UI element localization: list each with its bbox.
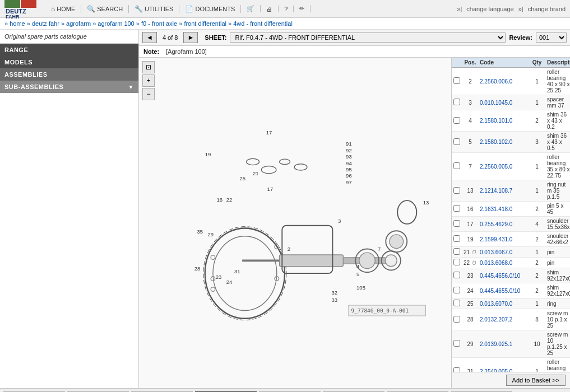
row-qty-15: 10: [529, 341, 545, 347]
svg-text:2: 2: [287, 246, 290, 252]
row-code-11[interactable]: 0.445.4656.0/10: [479, 273, 529, 279]
top-nav: DEUTZ FAHR ⌂ HOME 🔍 SEARCH 🔧 UTILITIES 📄…: [0, 0, 570, 18]
sheet-select[interactable]: Rif. F0.4.7 - 4WD - FRONT DIFFERENTIAL: [230, 32, 506, 43]
sidebar-item-range[interactable]: RANGE: [0, 44, 138, 56]
diagram-panel: ⊡ + − 17 19 25 21 22 16: [139, 58, 452, 388]
row-desc-2: shim 36 x 43 x 0.2: [545, 111, 570, 130]
zoom-out-button[interactable]: −: [142, 88, 155, 100]
row-checkbox-12[interactable]: [452, 287, 462, 295]
review-select[interactable]: 001: [536, 32, 567, 43]
row-code-0[interactable]: 2.2560.006.0: [479, 78, 529, 85]
row-checkbox-3[interactable]: [452, 138, 462, 146]
row-desc-8: snoulder 42x66x2: [545, 233, 570, 245]
row-checkbox-11[interactable]: [452, 272, 462, 279]
diagram-controls: ⊡ + −: [142, 61, 155, 100]
header-pos: Pos.: [462, 59, 479, 66]
svg-point-36: [359, 253, 374, 268]
row-code-15[interactable]: 2.0139.025.1: [479, 341, 529, 347]
row-code-10[interactable]: 0.013.6068.0: [479, 260, 529, 266]
table-row: 19 2.1599.431.0 2 snoulder 42x66x2: [452, 232, 570, 247]
zoom-fit-button[interactable]: ⊡: [142, 61, 155, 73]
svg-text:3: 3: [337, 218, 340, 224]
row-code-9[interactable]: 0.013.6067.0: [479, 249, 529, 255]
row-code-5[interactable]: 2.1214.108.7: [479, 188, 529, 194]
row-qty-0: 1: [529, 78, 545, 85]
svg-text:21: 21: [253, 170, 259, 176]
nav-print-icon[interactable]: 🖨: [261, 6, 279, 12]
row-checkbox-2[interactable]: [452, 117, 462, 125]
row-checkbox-10[interactable]: [452, 259, 462, 267]
nav-documents[interactable]: 📄 DOCUMENTS: [179, 5, 241, 13]
row-checkbox-1[interactable]: [452, 99, 462, 106]
zoom-in-button[interactable]: +: [142, 74, 155, 87]
row-checkbox-16[interactable]: [452, 367, 462, 372]
row-checkbox-6[interactable]: [452, 205, 462, 213]
row-qty-11: 2: [529, 273, 545, 279]
row-code-2[interactable]: 2.1580.101.0: [479, 118, 529, 124]
row-code-8[interactable]: 2.1599.431.0: [479, 236, 529, 242]
sidebar-item-subassemblies[interactable]: SUB-ASSEMBLIES ▼: [0, 81, 138, 93]
row-desc-7: snoulder 15.5x36x2: [545, 218, 570, 230]
row-pos-4: 7: [462, 164, 479, 170]
prev-page-button[interactable]: ◄: [142, 32, 157, 43]
sidebar: Original spare parts catalogue RANGE MOD…: [0, 30, 139, 388]
row-code-6[interactable]: 2.1631.418.0: [479, 206, 529, 212]
row-checkbox-9[interactable]: [452, 248, 462, 256]
nav-links: ⌂ HOME 🔍 SEARCH 🔧 UTILITIES 📄 DOCUMENTS …: [45, 5, 457, 13]
nav-edit-icon[interactable]: ✏: [294, 5, 311, 12]
table-row: 5 2.1580.102.0 3 shim 36 x 43 x 0.5: [452, 132, 570, 153]
row-qty-13: 1: [529, 301, 545, 307]
row-checkbox-0[interactable]: [452, 77, 462, 85]
search-icon: 🔍: [87, 5, 95, 13]
header-desc: Description: [545, 59, 570, 66]
row-qty-8: 2: [529, 236, 545, 242]
row-code-3[interactable]: 2.1580.102.0: [479, 139, 529, 145]
svg-text:7: 7: [378, 246, 381, 252]
row-qty-7: 4: [529, 221, 545, 227]
svg-text:93: 93: [346, 153, 352, 160]
row-code-12[interactable]: 0.445.4655.0/10: [479, 288, 529, 294]
svg-text:13: 13: [423, 199, 429, 206]
row-desc-3: shim 36 x 43 x 0.5: [545, 133, 570, 151]
table-row: 17 0.255.4629.0 4 snoulder 15.5x36x2: [452, 217, 570, 232]
row-code-1[interactable]: 0.010.1045.0: [479, 100, 529, 106]
sidebar-item-models[interactable]: MODELS: [0, 56, 138, 68]
row-code-4[interactable]: 2.2560.005.0: [479, 164, 529, 170]
add-to-basket-button[interactable]: Add to Basket >>: [506, 375, 566, 386]
row-checkbox-15[interactable]: [452, 340, 462, 348]
row-desc-15: screw m 10 p.1.25 x 25: [545, 332, 570, 356]
row-checkbox-4[interactable]: [452, 162, 462, 170]
row-checkbox-14[interactable]: [452, 316, 462, 324]
svg-text:35: 35: [197, 228, 203, 235]
row-checkbox-8[interactable]: [452, 235, 462, 243]
diagram-table-area: ⊡ + − 17 19 25 21 22 16: [139, 58, 570, 388]
change-language-link[interactable]: change language: [466, 6, 513, 12]
row-checkbox-7[interactable]: [452, 220, 462, 228]
nav-home[interactable]: ⌂ HOME: [45, 5, 81, 13]
row-qty-3: 3: [529, 139, 545, 145]
svg-text:28: 28: [194, 265, 200, 272]
nav-cart-icon[interactable]: 🛒: [241, 5, 261, 12]
row-qty-4: 1: [529, 164, 545, 170]
nav-utilities[interactable]: 🔧 UTILITIES: [129, 5, 179, 13]
nav-search[interactable]: 🔍 SEARCH: [81, 5, 129, 13]
content-area: ◄ 4 of 8 ► SHEET: Rif. F0.4.7 - 4WD - FR…: [139, 30, 570, 388]
row-checkbox-5[interactable]: [452, 187, 462, 195]
change-brand-link[interactable]: change brand: [528, 6, 566, 12]
row-code-7[interactable]: 0.255.4629.0: [479, 221, 529, 227]
row-code-13[interactable]: 0.013.6070.0: [479, 301, 529, 307]
svg-text:95: 95: [346, 166, 352, 172]
table-row: 16 2.1631.418.0 2 pin 5 x 45: [452, 202, 570, 217]
sidebar-item-assemblies[interactable]: ASSEMBLIES: [0, 68, 138, 81]
next-page-button[interactable]: ►: [183, 32, 198, 43]
svg-text:97: 97: [346, 179, 352, 185]
row-checkbox-13[interactable]: [452, 300, 462, 307]
row-pos-3: 5: [462, 139, 479, 145]
row-pos-5: 13: [462, 188, 479, 194]
logo-green: [4, 0, 20, 8]
row-code-14[interactable]: 2.0132.207.2: [479, 316, 529, 323]
nav-help-icon[interactable]: ?: [279, 6, 294, 12]
svg-text:29: 29: [207, 231, 214, 237]
parts-scroll[interactable]: 2 2.2560.006.0 1 roller bearing 40 x 90 …: [452, 68, 570, 372]
row-pos-14: 28: [462, 316, 479, 323]
